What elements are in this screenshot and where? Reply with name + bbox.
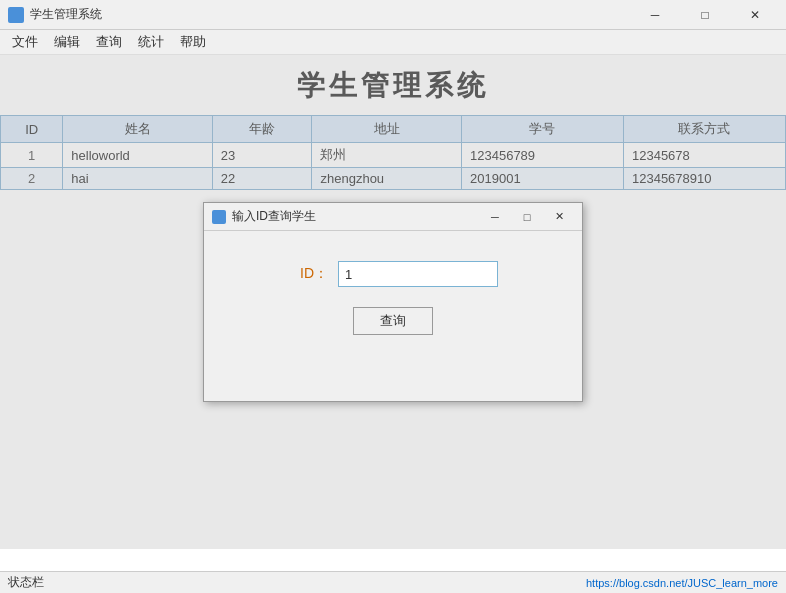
minimize-button[interactable]: ─ <box>632 0 678 30</box>
menu-item-query[interactable]: 查询 <box>88 31 130 53</box>
status-bar: 状态栏 https://blog.csdn.net/JUSC_learn_mor… <box>0 571 786 593</box>
dialog-window: 输入ID查询学生 ─ □ ✕ ID： 查询 <box>203 202 583 402</box>
dialog-maximize-button[interactable]: □ <box>512 206 542 228</box>
dialog-id-row: ID： <box>288 261 498 287</box>
dialog-title: 输入ID查询学生 <box>232 208 480 225</box>
status-url: https://blog.csdn.net/JUSC_learn_more <box>586 577 778 589</box>
window-controls: ─ □ ✕ <box>632 0 778 30</box>
dialog-minimize-button[interactable]: ─ <box>480 206 510 228</box>
dialog-id-label: ID： <box>288 265 328 283</box>
dialog-controls: ─ □ ✕ <box>480 206 574 228</box>
window-title: 学生管理系统 <box>30 6 102 23</box>
menu-item-edit[interactable]: 编辑 <box>46 31 88 53</box>
query-button[interactable]: 查询 <box>353 307 433 335</box>
dialog-body: ID： 查询 <box>204 231 582 365</box>
menu-item-stats[interactable]: 统计 <box>130 31 172 53</box>
close-button[interactable]: ✕ <box>732 0 778 30</box>
dialog-title-bar: 输入ID查询学生 ─ □ ✕ <box>204 203 582 231</box>
dialog-icon <box>212 210 226 224</box>
dialog-overlay: 输入ID查询学生 ─ □ ✕ ID： 查询 <box>0 55 786 549</box>
status-text: 状态栏 <box>8 574 44 591</box>
main-content: 学生管理系统 ID 姓名 年龄 地址 学号 联系方式 1helloworld23… <box>0 55 786 571</box>
menu-item-help[interactable]: 帮助 <box>172 31 214 53</box>
menu-bar: 文件 编辑 查询 统计 帮助 <box>0 30 786 55</box>
dialog-id-input[interactable] <box>338 261 498 287</box>
dialog-close-button[interactable]: ✕ <box>544 206 574 228</box>
menu-item-file[interactable]: 文件 <box>4 31 46 53</box>
app-icon <box>8 7 24 23</box>
maximize-button[interactable]: □ <box>682 0 728 30</box>
window-title-bar: 学生管理系统 ─ □ ✕ <box>0 0 786 30</box>
